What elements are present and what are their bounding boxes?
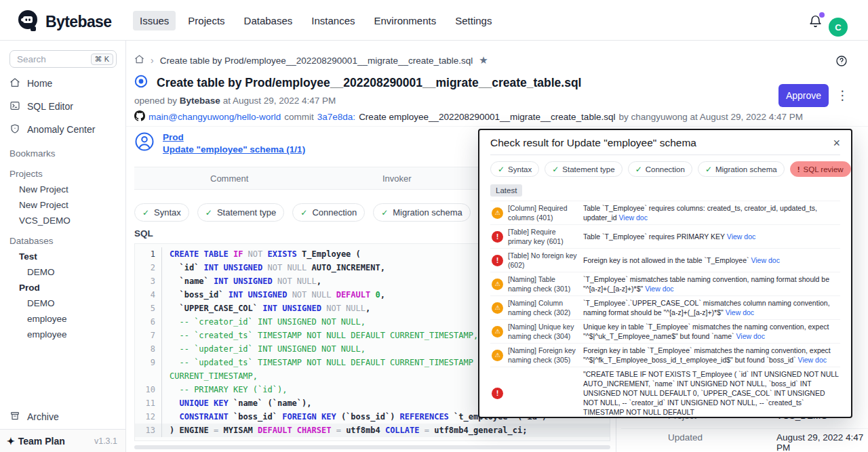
view-doc-link[interactable]: View doc — [726, 308, 754, 316]
sidebar-item-prod[interactable]: Prod — [0, 280, 125, 295]
archive-icon — [9, 411, 20, 424]
check-icon: ✓ — [498, 165, 505, 174]
github-icon — [134, 110, 145, 123]
sidebar-item-anomaly-center[interactable]: Anomaly Center — [0, 118, 125, 141]
kebab-menu-icon[interactable]: ⋮ — [836, 85, 849, 106]
approve-button[interactable]: Approve — [778, 84, 829, 107]
sidebar-item-test[interactable]: Test — [0, 249, 125, 264]
code-text: ) ENGINE = MYISAM DEFAULT CHARSET = utf8… — [162, 424, 610, 437]
check-result-row: !"CREATE TABLE IF NOT EXISTS T_Employee … — [490, 367, 840, 418]
check-result-list: ⚠[Column] Required columns (401)Table `T… — [490, 201, 840, 418]
stage-env-link[interactable]: Prod — [163, 131, 305, 144]
check-pill-migration-schema[interactable]: ✓Migration schema — [698, 161, 785, 177]
nav-item-databases[interactable]: Databases — [237, 11, 300, 30]
warning-icon: ⚠ — [492, 326, 503, 337]
sparkle-icon: ✦ — [7, 436, 15, 447]
sidebar-item-sql-editor[interactable]: SQL Editor — [0, 95, 125, 118]
field-value-updated: August 29, 2022 4:47 PM — [776, 432, 868, 452]
error-icon: ! — [797, 165, 800, 173]
sidebar-item-home[interactable]: Home — [0, 72, 125, 95]
sidebar-item-new-project[interactable]: New Project — [0, 197, 125, 213]
avatar[interactable]: C — [829, 18, 848, 37]
check-pill-label: Statement type — [217, 207, 276, 218]
check-pill-label: Migration schema — [393, 207, 462, 218]
sidebar-item-demo[interactable]: DEMO — [0, 295, 125, 311]
stage-row: Prod Update "employee" schema (1/1) — [134, 131, 305, 156]
check-pill-connection[interactable]: ✓Connection — [628, 161, 692, 177]
check-pill-statement-type[interactable]: ✓Statement type — [545, 161, 622, 177]
check-icon: ✓ — [552, 165, 559, 174]
sidebar-item-new-project[interactable]: New Project — [0, 182, 125, 197]
sidebar-item-demo[interactable]: DEMO — [0, 264, 125, 280]
nav-item-projects[interactable]: Projects — [181, 11, 231, 30]
line-number: 6 — [135, 315, 162, 329]
rule-message: `T_Employee` mismatches table naming con… — [583, 274, 840, 293]
view-doc-link[interactable]: View doc — [736, 332, 765, 340]
page-title: Create table by Prod/employee__202208290… — [157, 76, 581, 90]
issue-status-icon — [134, 75, 148, 91]
rule-message: Foreign key in table `T_Employee` mismat… — [583, 346, 840, 365]
line-number: 12 — [135, 410, 162, 424]
top-navbar: Bytebase IssuesProjectsDatabasesInstance… — [0, 0, 868, 41]
commit-message: Create employee__202208290001__migrate__… — [359, 112, 615, 122]
nav-item-environments[interactable]: Environments — [367, 11, 443, 30]
home-icon — [9, 77, 20, 90]
issue-opened-line: opened by Bytebase at August 29, 2022 4:… — [134, 96, 336, 106]
horizontal-scrollbar[interactable] — [134, 445, 610, 449]
breadcrumb-text[interactable]: Create table by Prod/employee__202208290… — [160, 56, 473, 66]
search-input[interactable] — [17, 54, 79, 64]
sql-section-label: SQL — [134, 228, 153, 239]
view-doc-link[interactable]: View doc — [645, 285, 673, 293]
bytebase-app: Bytebase IssuesProjectsDatabasesInstance… — [0, 0, 868, 452]
notification-badge — [819, 12, 825, 18]
stage-task-link[interactable]: Update "employee" schema (1/1) — [163, 144, 305, 156]
check-pill-sql-review[interactable]: !SQL review — [790, 161, 851, 177]
commit-branch-link[interactable]: main@changyuwong/hello-world — [149, 112, 281, 122]
search-input-wrap — [17, 54, 79, 64]
plan-button[interactable]: ✦ Team Plan — [7, 436, 65, 447]
nav-item-settings[interactable]: Settings — [448, 11, 498, 30]
line-number: 1 — [135, 247, 162, 261]
plan-label: Team Plan — [18, 436, 65, 447]
search-box[interactable]: ⌘ K — [9, 50, 117, 68]
check-pill-migration-schema[interactable]: ✓Migration schema — [373, 203, 471, 222]
home-icon[interactable] — [134, 54, 144, 66]
view-doc-link[interactable]: View doc — [619, 213, 648, 222]
view-doc-link[interactable]: View doc — [727, 232, 755, 241]
sidebar-item-employee[interactable]: employee — [0, 311, 125, 327]
check-result-row: ⚠[Naming] Table naming check (301)`T_Emp… — [490, 272, 840, 295]
shield-icon — [9, 123, 20, 136]
sidebar-item-archive[interactable]: Archive — [0, 405, 125, 428]
sidebar-section-projects[interactable]: Projects — [0, 166, 125, 182]
close-icon[interactable]: × — [833, 137, 840, 150]
notifications-button[interactable] — [808, 14, 823, 29]
check-pill-syntax[interactable]: ✓Syntax — [490, 161, 539, 177]
sidebar-item-employee[interactable]: employee — [0, 327, 125, 342]
commit-sha-link[interactable]: 3a7e8da: — [317, 112, 355, 122]
check-icon: ✓ — [635, 165, 642, 174]
rule-name: [Column] Required columns (401) — [508, 203, 578, 222]
view-doc-link[interactable]: View doc — [798, 356, 827, 364]
rule-message: Foreign key is not allowed in the table … — [583, 255, 840, 265]
bytebase-logo[interactable]: Bytebase — [16, 9, 111, 35]
sidebar-section-databases[interactable]: Databases — [0, 233, 125, 249]
nav-item-issues[interactable]: Issues — [133, 11, 176, 30]
opened-author[interactable]: Bytebase — [180, 96, 220, 106]
check-result-row: ⚠[Naming] Foreign key naming check (305)… — [490, 343, 840, 367]
nav-item-instances[interactable]: Instances — [304, 11, 361, 30]
check-pill-label: Connection — [312, 207, 357, 218]
rule-message: Unique key in table `T_Employee` mismatc… — [583, 322, 840, 341]
field-label-updated: Updated — [668, 432, 703, 443]
star-icon[interactable]: ★ — [479, 54, 488, 66]
line-number: 4 — [135, 288, 162, 302]
help-button[interactable] — [835, 55, 848, 70]
sidebar-item-vcs-demo[interactable]: VCS_DEMO — [0, 213, 125, 228]
view-doc-link[interactable]: View doc — [751, 256, 779, 264]
column-header-comment: Comment — [210, 173, 248, 184]
check-pill-syntax[interactable]: ✓Syntax — [134, 203, 189, 222]
sidebar-section-bookmarks[interactable]: Bookmarks — [0, 146, 125, 161]
check-pill-statement-type[interactable]: ✓Statement type — [197, 203, 285, 222]
check-pill-connection[interactable]: ✓Connection — [292, 203, 365, 222]
modal-header: Check result for Update "employee" schem… — [490, 137, 840, 150]
modal-review-pills: ✓Syntax✓Statement type✓Connection✓Migrat… — [490, 161, 840, 177]
